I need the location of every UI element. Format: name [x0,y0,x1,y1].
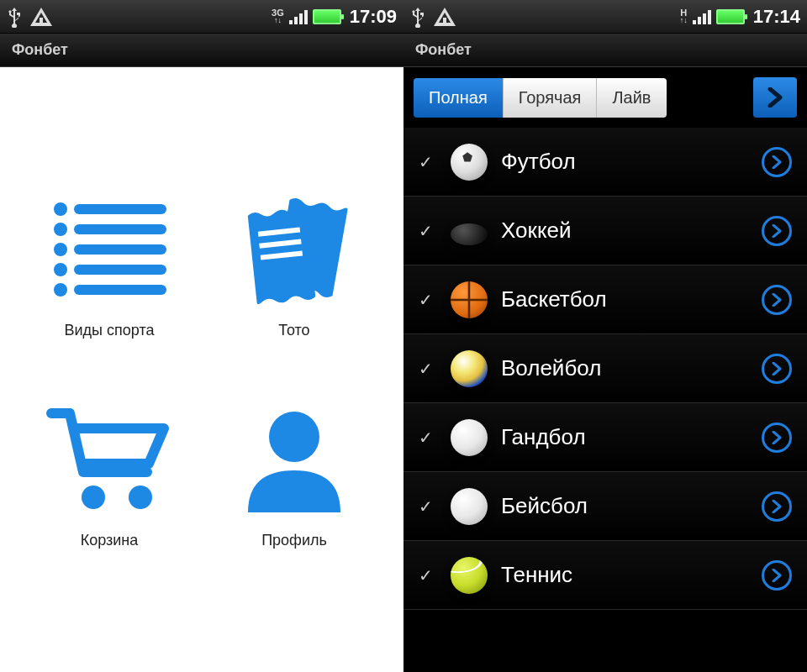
sport-list: ✓ Футбол ✓ Хоккей ✓ Баскетбол ✓ [404,128,807,672]
usb-icon [7,6,22,28]
sport-row-football[interactable]: ✓ Футбол [404,128,807,197]
profile-icon [240,401,349,518]
screen-sports-list: H ↑↓ 17:14 Фонбет Полная Горячая Лайв ✓ … [404,0,807,672]
list-icon [50,191,168,308]
network-indicator: H ↑↓ [680,8,688,24]
tabs: Полная Горячая Лайв [414,78,667,118]
home-item-sports-types[interactable]: Виды спорта [17,185,202,344]
disclosure-button[interactable] [762,560,792,591]
sport-label: Бейсбол [501,493,748,519]
clock-label: 17:14 [753,6,800,28]
sport-label: Волейбол [501,355,748,381]
go-button[interactable] [753,77,797,118]
disclosure-button[interactable] [762,491,792,522]
app-titlebar: Фонбет [0,34,404,67]
sport-row-basketball[interactable]: ✓ Баскетбол [404,265,807,334]
sport-row-handball[interactable]: ✓ Гандбол [404,403,807,472]
chevron-right-icon [772,431,782,444]
notification-triangle-icon [432,6,457,28]
sport-label: Хоккей [501,218,748,244]
statusbar: 3G ↑↓ 17:09 [0,0,404,34]
sport-row-volleyball[interactable]: ✓ Волейбол [404,334,807,403]
svg-rect-10 [74,285,166,295]
svg-point-5 [54,243,67,256]
volleyball-icon [451,350,488,387]
tab-row: Полная Горячая Лайв [404,67,807,128]
svg-point-16 [269,412,319,462]
sport-label: Баскетбол [501,286,748,312]
battery-icon [313,9,341,24]
home-item-toto[interactable]: Тото [202,185,387,344]
disclosure-button[interactable] [762,423,792,453]
sport-row-tennis[interactable]: ✓ Теннис [404,541,807,610]
app-title: Фонбет [12,41,68,59]
chevron-right-icon [772,500,782,513]
tab-live[interactable]: Лайв [597,78,666,118]
check-icon: ✓ [419,359,437,379]
tickets-icon [235,191,353,308]
sport-row-hockey[interactable]: ✓ Хоккей [404,197,807,265]
data-arrows-icon: ↑↓ [680,18,688,24]
network-indicator: 3G ↑↓ [272,8,284,24]
app-titlebar: Фонбет [404,34,807,67]
home-item-profile[interactable]: Профиль [202,395,387,554]
home-item-label: Корзина [81,532,139,549]
svg-rect-4 [74,224,166,234]
disclosure-button[interactable] [762,147,792,177]
tab-full[interactable]: Полная [414,78,504,118]
usb-icon [410,6,425,28]
check-icon: ✓ [419,221,437,241]
chevron-right-icon [772,569,782,582]
data-arrows-icon: ↑↓ [274,18,282,24]
chevron-right-icon [772,155,782,169]
svg-point-9 [54,283,67,297]
check-icon: ✓ [419,290,437,310]
home-grid: Виды спорта [0,67,404,672]
svg-rect-8 [74,265,166,275]
disclosure-button[interactable] [762,216,792,246]
home-item-cart[interactable]: Корзина [17,395,202,554]
check-icon: ✓ [419,152,437,172]
hockey-icon [451,223,488,245]
home-item-label: Профиль [261,532,327,549]
disclosure-button[interactable] [762,354,792,384]
check-icon: ✓ [419,428,437,448]
chevron-right-icon [767,87,783,108]
chevron-right-icon [772,362,782,375]
home-item-label: Виды спорта [65,322,155,339]
statusbar: H ↑↓ 17:14 [404,0,807,34]
handball-icon [451,419,488,456]
chevron-right-icon [772,224,782,238]
svg-point-3 [54,223,67,236]
svg-rect-0 [40,18,43,24]
svg-rect-6 [74,244,166,255]
tab-hot[interactable]: Горячая [504,78,598,118]
signal-icon [693,9,711,24]
battery-icon [716,9,745,24]
svg-point-7 [54,263,67,276]
svg-point-15 [129,486,152,509]
sport-label: Теннис [501,562,748,588]
svg-rect-17 [443,18,446,24]
check-icon: ✓ [419,565,437,585]
home-item-label: Тото [278,322,309,339]
check-icon: ✓ [419,496,437,517]
svg-point-14 [82,486,105,509]
svg-rect-2 [74,204,166,214]
signal-icon [289,9,308,24]
baseball-icon [451,488,488,525]
screen-home: 3G ↑↓ 17:09 Фонбет [0,0,404,672]
sport-label: Футбол [501,149,748,175]
cart-icon [46,401,172,518]
sport-row-baseball[interactable]: ✓ Бейсбол [404,472,807,541]
disclosure-button[interactable] [762,285,792,315]
football-icon [451,144,488,181]
tennis-icon [451,557,488,594]
chevron-right-icon [772,293,782,307]
sport-label: Гандбол [501,424,748,450]
clock-label: 17:09 [350,6,397,28]
app-title: Фонбет [415,41,472,59]
basketball-icon [451,281,488,318]
svg-point-1 [54,202,67,216]
notification-triangle-icon [29,6,54,28]
